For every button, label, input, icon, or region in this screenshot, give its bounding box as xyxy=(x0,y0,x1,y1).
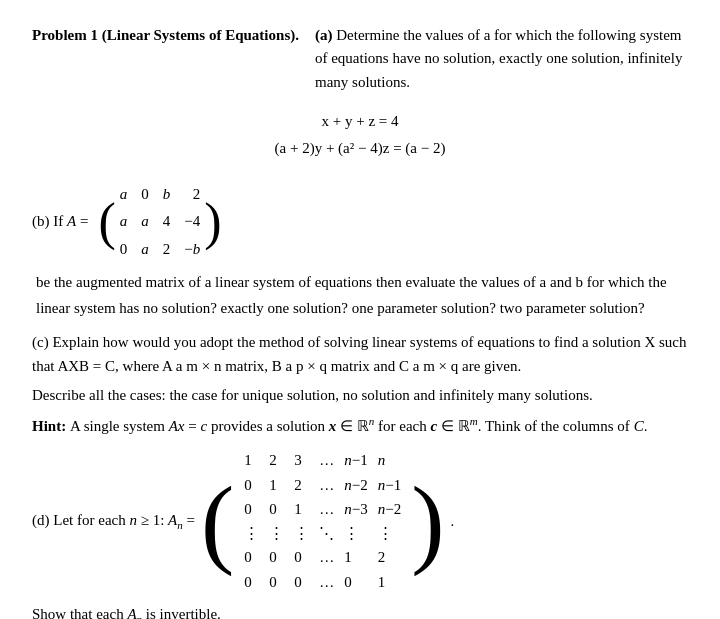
part-c-text2: Describe all the cases: the case for uni… xyxy=(32,384,688,407)
part-b-text: be the augmented matrix of a linear syst… xyxy=(36,270,688,321)
equation-2: (a + 2)y + (a² − 4)z = (a − 2) xyxy=(32,135,688,162)
matrix-a: ( a 0 b 2 a a 4 −4 0 a 2 −b ) xyxy=(98,180,221,265)
problem-subtitle: (Linear Systems of Equations). xyxy=(102,27,299,43)
problem-label: Problem 1 (Linear Systems of Equations). xyxy=(32,24,299,94)
part-d: (d) Let for each n ≥ 1: An = ( 1 2 3 … n… xyxy=(32,448,688,619)
part-d-text: (d) Let for each n ≥ 1: An = xyxy=(32,509,195,534)
part-b: (b) If A = ( a 0 b 2 a a 4 −4 0 a 2 −b )… xyxy=(32,180,688,322)
part-b-label: (b) If A = xyxy=(32,209,88,235)
hint-block: Hint: A single system Ax = c provides a … xyxy=(32,413,688,438)
hint-text: A single system Ax = c provides a soluti… xyxy=(70,418,647,434)
matrix-d-table: 1 2 3 … n−1 n 0 1 2 … n−2 n−1 0 0 xyxy=(234,448,411,595)
part-a-header: (a) Determine the values of a for which … xyxy=(315,24,688,94)
part-c: (c) Explain how would you adopt the meth… xyxy=(32,331,688,438)
show-invertible: Show that each An is invertible. xyxy=(32,603,688,619)
part-d-line: (d) Let for each n ≥ 1: An = ( 1 2 3 … n… xyxy=(32,448,688,595)
matrix-a-grid: a 0 b 2 a a 4 −4 0 a 2 −b xyxy=(116,180,204,265)
hint-label: Hint: xyxy=(32,418,70,434)
part-c-text1: (c) Explain how would you adopt the meth… xyxy=(32,331,688,378)
matrix-d-wrap: ( 1 2 3 … n−1 n 0 1 2 … n−2 n−1 xyxy=(201,448,445,595)
equations-block: x + y + z = 4 (a + 2)y + (a² − 4)z = (a … xyxy=(32,108,688,162)
equation-1: x + y + z = 4 xyxy=(32,108,688,135)
